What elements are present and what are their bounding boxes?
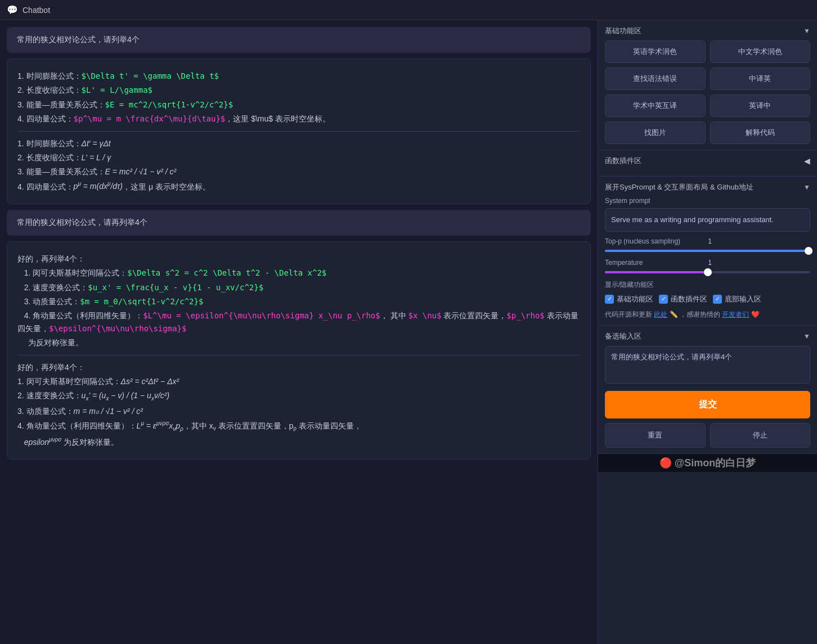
btn-academic-bilingual[interactable]: 学术中英互译 bbox=[605, 94, 706, 117]
checkbox-functions[interactable]: ✓ 函数插件区 bbox=[659, 294, 707, 304]
checkbox-functions-label: 函数插件区 bbox=[671, 294, 707, 304]
functions-arrow-left: ◀ bbox=[804, 156, 810, 165]
basic-chevron-down: ▼ bbox=[803, 27, 810, 35]
top-p-value: 1 bbox=[701, 237, 712, 245]
temperature-thumb[interactable] bbox=[704, 268, 712, 276]
topbar: 💬 Chatbot bbox=[0, 0, 817, 20]
expand-sysprompt-title: 展开SysPrompt & 交互界面布局 & Github地址 bbox=[605, 182, 753, 192]
functions-plugin-section: 函数插件区 ◀ bbox=[598, 150, 817, 177]
checkbox-bottom-box[interactable]: ✓ bbox=[713, 295, 722, 304]
divider bbox=[17, 131, 580, 132]
latex-item-4-cont: 为反对称张量。 bbox=[17, 336, 580, 349]
checkbox-basic-box[interactable]: ✓ bbox=[605, 295, 614, 304]
btn-en-to-zh[interactable]: 英译中 bbox=[710, 94, 811, 117]
source-row: 代码开源和更新 此处 ✏️ ，感谢热情的 开发者们 ❤️ bbox=[605, 310, 810, 319]
backup-input-section: 备选输入区 ▼ 常用的狭义相对论公式，请再列举4个 提交 重置 停止 bbox=[598, 326, 817, 454]
intro-line: 好的，再列举4个： bbox=[17, 253, 580, 265]
basic-functions-header[interactable]: 基础功能区 ▼ bbox=[605, 26, 810, 36]
top-p-label: Top-p (nucleus sampling) bbox=[605, 237, 695, 245]
rendered-item-4-cont: epsilonμνρσ 为反对称张量。 bbox=[17, 435, 580, 448]
rendered-line-2: 2. 长度收缩公式：L′ = L / γ bbox=[17, 151, 580, 164]
source-text: 代码开源和更新 bbox=[605, 310, 652, 318]
watermark-text: @Simon的白日梦 bbox=[675, 457, 756, 469]
latex-item-4: 4. 角动量公式（利用四维矢量）：$L^\mu = \epsilon^{\mu\… bbox=[17, 309, 580, 335]
temperature-fill bbox=[605, 271, 708, 273]
backup-input-title: 备选输入区 bbox=[605, 331, 641, 341]
render-intro: 好的，再列举4个： bbox=[17, 361, 580, 373]
rendered-line-4: 4. 四动量公式：pμ = m(dxμ/dτ)，这里 μ 表示时空坐标。 bbox=[17, 180, 580, 193]
bottom-btns: 重置 停止 bbox=[605, 423, 810, 448]
show-hide-label: 显示/隐藏功能区 bbox=[605, 280, 810, 290]
checkbox-functions-box[interactable]: ✓ bbox=[659, 295, 668, 304]
top-p-fill bbox=[605, 250, 810, 252]
rendered-line-1: 1. 时间膨胀公式：Δt′ = γΔt bbox=[17, 137, 580, 150]
topbar-title: Chatbot bbox=[23, 6, 50, 15]
weibo-icon: 🔴 bbox=[659, 457, 672, 469]
backup-textarea[interactable]: 常用的狭义相对论公式，请再列举4个 bbox=[605, 346, 810, 384]
basic-functions-title: 基础功能区 bbox=[605, 26, 641, 36]
temperature-row: Temperature 1 bbox=[605, 259, 810, 267]
checkbox-bottom-label: 底部输入区 bbox=[725, 294, 761, 304]
chat-area: 常用的狭义相对论公式，请列举4个 1. 时间膨胀公式：$\Delta t' = … bbox=[0, 20, 598, 644]
basic-btn-grid: 英语学术润色 中文学术润色 查找语法错误 中译英 学术中英互译 英译中 找图片 … bbox=[605, 40, 810, 144]
backup-input-header[interactable]: 备选输入区 ▼ bbox=[605, 331, 810, 341]
checkbox-bottom[interactable]: ✓ 底部输入区 bbox=[713, 294, 761, 304]
assistant-message-2: 好的，再列举4个： 1. 闵可夫斯基时空间隔公式：$\Delta s^2 = c… bbox=[7, 241, 591, 460]
latex-item-1: 1. 闵可夫斯基时空间隔公式：$\Delta s^2 = c^2 \Delta … bbox=[17, 267, 580, 279]
checkbox-area: ✓ 基础功能区 ✓ 函数插件区 ✓ 底部输入区 bbox=[605, 294, 810, 304]
checkbox-basic[interactable]: ✓ 基础功能区 bbox=[605, 294, 653, 304]
btn-chinese-polish[interactable]: 中文学术润色 bbox=[710, 40, 811, 63]
rendered-item-3: 3. 动质量公式：m = m₀ / √1 − v² / c² bbox=[17, 405, 580, 417]
main-layout: 常用的狭义相对论公式，请列举4个 1. 时间膨胀公式：$\Delta t' = … bbox=[0, 20, 817, 644]
latex-line-2: 2. 长度收缩公式：$L' = L/\gamma$ bbox=[17, 84, 580, 96]
rendered-item-1: 1. 闵可夫斯基时空间隔公式：Δs² = c²Δt² − Δx² bbox=[17, 375, 580, 388]
basic-functions-section: 基础功能区 ▼ 英语学术润色 中文学术润色 查找语法错误 中译英 学术中英互译 … bbox=[598, 20, 817, 150]
system-prompt-label: System prompt bbox=[605, 197, 810, 205]
top-p-row: Top-p (nucleus sampling) 1 bbox=[605, 237, 810, 245]
latex-line-1: 1. 时间膨胀公式：$\Delta t' = \gamma \Delta t$ bbox=[17, 70, 580, 82]
chatbot-icon: 💬 bbox=[7, 4, 18, 15]
source-fans-link[interactable]: 开发者们 bbox=[722, 310, 749, 318]
stop-button[interactable]: 停止 bbox=[710, 423, 811, 448]
assistant-message-1: 1. 时间膨胀公式：$\Delta t' = \gamma \Delta t$ … bbox=[7, 58, 591, 204]
user-message-2: 常用的狭义相对论公式，请再列举4个 bbox=[7, 210, 591, 236]
watermark: 🔴 @Simon的白日梦 bbox=[598, 454, 817, 472]
top-p-thumb[interactable] bbox=[805, 247, 812, 255]
top-p-track[interactable] bbox=[605, 250, 810, 252]
reset-button[interactable]: 重置 bbox=[605, 423, 706, 448]
rendered-line-3: 3. 能量—质量关系公式：E = mc² / √1 − v² / c² bbox=[17, 165, 580, 178]
backup-chevron-down: ▼ bbox=[803, 332, 810, 340]
functions-plugin-title: 函数插件区 bbox=[605, 156, 641, 166]
latex-line-4: 4. 四动量公式：$p^\mu = m \frac{dx^\mu}{d\tau}… bbox=[17, 112, 580, 125]
temperature-label: Temperature bbox=[605, 259, 695, 267]
btn-zh-to-en[interactable]: 中译英 bbox=[710, 67, 811, 90]
divider2 bbox=[17, 355, 580, 355]
source-link[interactable]: 此处 bbox=[654, 310, 667, 318]
expand-sysprompt-header[interactable]: 展开SysPrompt & 交互界面布局 & Github地址 ▼ bbox=[605, 182, 810, 192]
temperature-value: 1 bbox=[701, 259, 712, 267]
rendered-item-4: 4. 角动量公式（利用四维矢量）：Lμ = εμνρσxνpρ，其中 xν 表示… bbox=[17, 419, 580, 433]
btn-explain-code[interactable]: 解释代码 bbox=[710, 121, 811, 144]
system-prompt-value[interactable]: Serve me as a writing and programming as… bbox=[605, 208, 810, 232]
checkbox-basic-label: 基础功能区 bbox=[617, 294, 653, 304]
functions-plugin-header[interactable]: 函数插件区 ◀ bbox=[605, 156, 810, 166]
btn-english-polish[interactable]: 英语学术润色 bbox=[605, 40, 706, 63]
rendered-item-2: 2. 速度变换公式：ux′ = (ux − v) / (1 − uxv/c²) bbox=[17, 389, 580, 403]
submit-button[interactable]: 提交 bbox=[605, 391, 810, 418]
latex-line-3: 3. 能量—质量关系公式：$E = mc^2/\sqrt{1-v^2/c^2}$ bbox=[17, 98, 580, 111]
user-message-1: 常用的狭义相对论公式，请列举4个 bbox=[7, 27, 591, 53]
source-thanks: ，感谢热情的 bbox=[680, 310, 720, 318]
latex-item-2: 2. 速度变换公式：$u_x' = \frac{u_x - v}{1 - u_x… bbox=[17, 281, 580, 294]
btn-grammar-check[interactable]: 查找语法错误 bbox=[605, 67, 706, 90]
show-hide-section: 显示/隐藏功能区 ✓ 基础功能区 ✓ 函数插件区 ✓ 底部输入区 bbox=[605, 280, 810, 304]
btn-find-image[interactable]: 找图片 bbox=[605, 121, 706, 144]
sidebar: 基础功能区 ▼ 英语学术润色 中文学术润色 查找语法错误 中译英 学术中英互译 … bbox=[598, 20, 817, 644]
expand-chevron-down: ▼ bbox=[803, 183, 810, 191]
expand-sysprompt-section: 展开SysPrompt & 交互界面布局 & Github地址 ▼ System… bbox=[598, 177, 817, 326]
latex-item-3: 3. 动质量公式：$m = m_0/\sqrt{1-v^2/c^2}$ bbox=[17, 295, 580, 308]
temperature-track[interactable] bbox=[605, 271, 810, 273]
heart-icon: ❤️ bbox=[751, 310, 760, 318]
